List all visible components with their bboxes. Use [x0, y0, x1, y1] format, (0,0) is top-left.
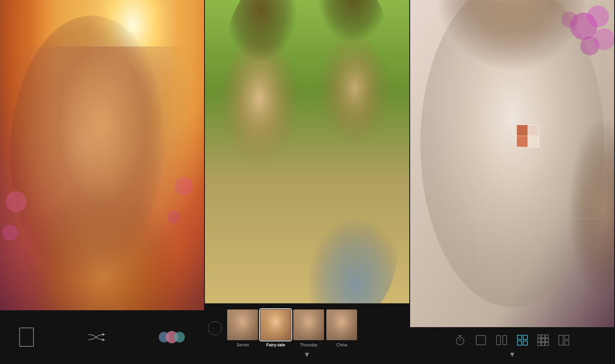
svg-rect-28 — [476, 336, 485, 345]
swatch-cell-3 — [517, 136, 528, 147]
nine-grid-svg — [537, 334, 549, 346]
panel-portrait-warm — [0, 0, 205, 364]
tall-split-svg — [558, 334, 570, 346]
thumb-face-fairy-tale — [260, 309, 291, 340]
layout-nine-grid-icon[interactable] — [536, 333, 550, 347]
filter-circle-button[interactable] — [208, 321, 222, 335]
two-col-svg — [495, 334, 508, 346]
thumb-face-china — [326, 309, 357, 340]
toolbar-2: Secret Fairy-tale Thursday China — [205, 303, 409, 364]
circle-teal — [174, 332, 185, 342]
svg-point-1 — [10, 15, 174, 295]
svg-rect-41 — [538, 342, 541, 346]
svg-point-4 — [2, 225, 18, 240]
toolbar-1 — [0, 310, 204, 364]
svg-rect-29 — [497, 336, 500, 345]
svg-rect-32 — [523, 335, 527, 339]
color-swatch — [516, 124, 539, 147]
svg-rect-30 — [503, 336, 507, 345]
portrait-1-svg — [0, 0, 204, 310]
svg-rect-46 — [565, 341, 569, 345]
svg-point-2 — [17, 124, 188, 310]
filter-thumb-fairy-tale — [260, 309, 291, 340]
svg-rect-44 — [559, 335, 563, 345]
svg-point-5 — [175, 177, 193, 195]
svg-rect-38 — [538, 339, 541, 342]
photo-area-2 — [205, 0, 409, 303]
svg-marker-7 — [102, 333, 105, 336]
svg-marker-8 — [102, 338, 105, 341]
svg-rect-40 — [545, 339, 549, 342]
svg-rect-37 — [545, 335, 549, 338]
layout-single-icon[interactable] — [474, 333, 488, 347]
filter-strip: Secret Fairy-tale Thursday China — [205, 309, 409, 347]
four-grid-svg — [516, 334, 529, 346]
svg-point-3 — [6, 191, 27, 212]
swatch-cell-4 — [528, 136, 539, 147]
svg-rect-0 — [0, 0, 204, 310]
frame-icon[interactable] — [19, 328, 34, 347]
filter-label-thursday: Thursday — [300, 342, 317, 347]
svg-rect-39 — [542, 339, 545, 342]
thumb-face-secret — [227, 309, 258, 340]
svg-rect-34 — [523, 341, 527, 345]
svg-point-6 — [167, 211, 180, 224]
svg-rect-33 — [517, 341, 522, 345]
filter-label-china: China — [336, 342, 347, 347]
photo-bg-2 — [205, 0, 409, 303]
filter-thursday[interactable]: Thursday — [293, 309, 324, 347]
filter-thumb-china — [326, 309, 357, 340]
shuffle-svg — [88, 331, 105, 343]
timer-svg — [454, 334, 466, 346]
svg-rect-31 — [517, 335, 522, 339]
swatch-cell-1 — [517, 125, 528, 136]
layout-icons-row — [445, 333, 578, 347]
single-svg — [475, 334, 487, 346]
color-blend-icon[interactable] — [159, 331, 185, 343]
shuffle-icon[interactable] — [88, 331, 105, 343]
filter-fairy-tale[interactable]: Fairy-tale — [260, 309, 291, 347]
swatch-cell-2 — [528, 125, 539, 136]
photo-area-1 — [0, 0, 204, 310]
filter-china[interactable]: China — [326, 309, 357, 347]
timer-icon[interactable] — [453, 333, 467, 347]
thumb-face-thursday — [293, 309, 324, 340]
panel-portrait-grid: ▾ — [410, 0, 615, 364]
filter-thumb-secret — [227, 309, 258, 340]
svg-rect-36 — [542, 335, 545, 338]
chevron-down-3[interactable]: ▾ — [510, 347, 514, 361]
layout-tall-split-icon[interactable] — [557, 333, 571, 347]
layout-two-col-icon[interactable] — [495, 333, 509, 347]
svg-rect-42 — [542, 342, 545, 346]
svg-rect-35 — [538, 335, 541, 338]
photo-bg-3 — [410, 0, 614, 327]
layout-four-grid-icon[interactable] — [515, 333, 529, 347]
photo-area-3 — [410, 0, 614, 327]
svg-rect-43 — [545, 342, 549, 346]
filter-label-secret: Secret — [236, 342, 249, 347]
toolbar-3: ▾ — [410, 327, 614, 364]
svg-rect-45 — [565, 335, 569, 339]
filter-thumb-thursday — [293, 309, 324, 340]
filter-secret[interactable]: Secret — [227, 309, 258, 347]
panel-selfie-filters: Secret Fairy-tale Thursday China — [205, 0, 410, 364]
portrait-3-svg — [410, 0, 614, 327]
chevron-down-2[interactable]: ▾ — [305, 347, 309, 361]
photo-bg-1 — [0, 0, 204, 310]
filter-label-fairy-tale: Fairy-tale — [266, 342, 285, 347]
portrait-2-svg — [205, 0, 409, 303]
